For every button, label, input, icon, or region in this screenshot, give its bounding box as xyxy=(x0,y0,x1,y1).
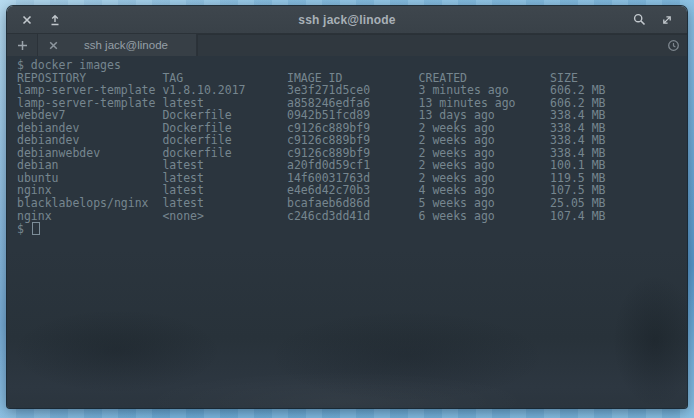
image-row-line: blacklabelops/nginx latest bcafaeb6d86d … xyxy=(17,197,687,210)
image-row-line: lamp-server-template v1.8.10.2017 3e3f27… xyxy=(17,84,687,97)
close-icon xyxy=(22,15,32,25)
image-row-line: webdev7 Dockerfile 0942b51fcd89 13 days … xyxy=(17,109,687,122)
history-icon xyxy=(667,39,680,52)
image-row-line: debiandev dockerfile c9126c889bf9 2 week… xyxy=(17,134,687,147)
expand-icon xyxy=(661,14,673,26)
terminal-output: $ docker imagesREPOSITORY TAG IMAGE ID C… xyxy=(17,59,687,235)
tabstrip-empty xyxy=(197,34,659,56)
search-icon xyxy=(633,13,646,26)
terminal-window: ssh jack@linode xyxy=(7,6,687,408)
slide-up-button[interactable] xyxy=(45,10,65,30)
titlebar[interactable]: ssh jack@linode xyxy=(7,6,687,34)
prompt-line: $ xyxy=(17,222,687,235)
close-window-button[interactable] xyxy=(17,10,37,30)
command-line: $ docker images xyxy=(17,59,687,72)
close-tab-button[interactable] xyxy=(44,36,62,54)
image-row-line: nginx <none> c246cd3dd41d 6 weeks ago 10… xyxy=(17,210,687,223)
window-title: ssh jack@linode xyxy=(7,13,687,27)
fullscreen-button[interactable] xyxy=(657,10,677,30)
new-tab-button[interactable] xyxy=(7,34,38,56)
new-tab-icon xyxy=(17,40,28,51)
tab-ssh-jack-linode[interactable]: ssh jack@linode xyxy=(38,34,197,56)
tab-label: ssh jack@linode xyxy=(62,39,190,51)
terminal-screen[interactable]: $ docker imagesREPOSITORY TAG IMAGE ID C… xyxy=(7,56,687,408)
close-tab-icon xyxy=(49,41,58,50)
history-button[interactable] xyxy=(659,34,687,56)
arrow-up-from-bar-icon xyxy=(49,14,61,26)
tabbar: ssh jack@linode xyxy=(7,34,687,56)
search-button[interactable] xyxy=(629,10,649,30)
terminal-cursor xyxy=(32,222,40,235)
